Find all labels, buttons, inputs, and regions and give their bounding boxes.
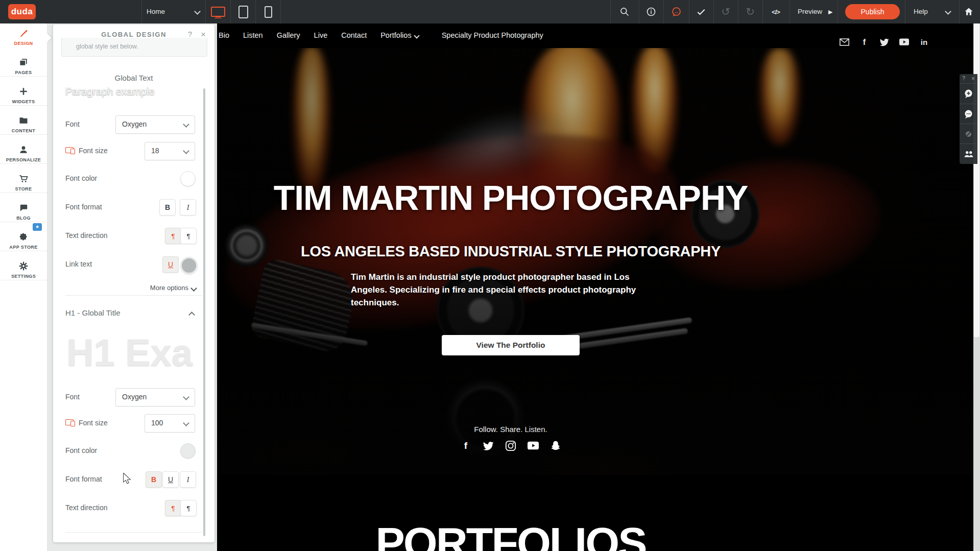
snapchat-icon[interactable] xyxy=(550,440,561,451)
nav-item-portfolios[interactable]: Portfolios xyxy=(380,31,418,39)
sidebar-item-settings[interactable]: SETTINGS xyxy=(0,256,47,285)
nav-item-live[interactable]: Live xyxy=(314,31,328,39)
link-color-swatch[interactable] xyxy=(180,257,198,274)
pilcrow-ltr-icon: ¶ xyxy=(172,232,175,240)
desktop-view-button[interactable] xyxy=(207,0,229,23)
link-underline-button[interactable]: U xyxy=(162,256,179,273)
chevron-down-icon[interactable] xyxy=(194,8,201,15)
sidebar-item-design[interactable]: DESIGN xyxy=(0,23,47,53)
header-social-links: f in xyxy=(840,37,929,47)
instagram-icon[interactable] xyxy=(505,440,516,451)
tablet-view-button[interactable] xyxy=(232,0,254,23)
hide-comments-button[interactable] xyxy=(960,124,977,144)
linkedin-icon[interactable]: in xyxy=(919,37,929,47)
divider xyxy=(141,0,142,23)
nav-item-contact[interactable]: Contact xyxy=(341,31,367,39)
home-icon xyxy=(964,7,974,17)
portfolios-heading[interactable]: PORTFOLIOS xyxy=(217,518,804,551)
divider xyxy=(790,0,790,23)
hero-subtitle[interactable]: LOS ANGELES BASED INDUSTRIAL STYLE PHOTO… xyxy=(217,243,804,260)
h1-font-color-swatch[interactable] xyxy=(180,443,196,459)
sidebar-item-app-store[interactable]: ★ APP STORE xyxy=(0,227,47,256)
mobile-view-button[interactable] xyxy=(257,0,279,23)
comment-dots-icon xyxy=(964,109,973,119)
chevron-down-icon xyxy=(183,394,189,400)
bold-button[interactable]: B xyxy=(159,199,176,215)
sidebar-item-pages[interactable]: PAGES xyxy=(0,53,47,82)
sidebar-item-store[interactable]: STORE xyxy=(0,169,47,198)
responsive-devices-icon xyxy=(65,147,76,154)
undo-button[interactable]: ↺ xyxy=(714,0,737,23)
tablet-icon xyxy=(238,6,248,18)
facebook-icon[interactable]: f xyxy=(859,37,869,47)
save-check-button[interactable] xyxy=(690,0,712,23)
scrollbar-thumb[interactable] xyxy=(974,23,979,337)
nav-item-gallery[interactable]: Gallery xyxy=(277,31,300,39)
add-comment-button[interactable] xyxy=(960,83,977,104)
redo-button[interactable]: ↻ xyxy=(739,0,761,23)
facebook-icon[interactable]: f xyxy=(460,440,471,451)
youtube-icon[interactable] xyxy=(528,440,539,451)
divider xyxy=(905,0,905,23)
play-icon[interactable]: ▶ xyxy=(828,0,832,23)
h1-font-format-label: Font format xyxy=(65,475,102,483)
dashboard-home-button[interactable] xyxy=(958,0,980,23)
close-icon[interactable]: × xyxy=(971,75,975,82)
h1-font-dropdown[interactable]: Oxygen xyxy=(115,388,195,406)
hero-title[interactable]: TIM MARTIN PHOTOGRAPHY xyxy=(217,178,804,218)
duda-logo[interactable]: duda xyxy=(8,4,36,19)
h1-bold-button[interactable]: B xyxy=(146,471,162,488)
h1-underline-button[interactable]: U xyxy=(162,471,179,488)
comments-button[interactable] xyxy=(960,104,977,124)
help-menu[interactable]: Help xyxy=(914,0,928,23)
twitter-icon[interactable] xyxy=(483,440,494,451)
email-icon[interactable] xyxy=(840,37,849,47)
gear-icon xyxy=(0,260,47,272)
sidebar-item-widgets[interactable]: WIDGETS xyxy=(0,82,47,111)
follow-share-listen-text: Follow. Share. Listen. xyxy=(217,425,804,434)
feedback-button[interactable] xyxy=(665,0,687,23)
dev-mode-button[interactable]: </> xyxy=(764,0,787,23)
publish-button[interactable]: Publish xyxy=(845,4,900,19)
divider xyxy=(65,532,202,533)
search-button[interactable] xyxy=(613,0,636,23)
site-canvas[interactable]: Bio Listen Gallery Live Contact Portfoli… xyxy=(217,23,980,551)
h1-ltr-direction-button[interactable]: ¶ xyxy=(165,500,181,516)
dark-overlay xyxy=(217,48,980,475)
font-dropdown[interactable]: Oxygen xyxy=(115,115,195,134)
mobile-icon xyxy=(265,6,272,18)
h1-rtl-direction-button[interactable]: ¶ xyxy=(180,500,197,516)
panel-scrollbar[interactable] xyxy=(203,88,205,536)
collapse-chevron-icon[interactable] xyxy=(188,312,195,318)
ltr-direction-button[interactable]: ¶ xyxy=(165,228,181,244)
italic-button[interactable]: I xyxy=(180,199,196,215)
h1-font-size-dropdown[interactable]: 100 xyxy=(145,414,195,433)
help-icon[interactable]: ? xyxy=(962,75,965,81)
code-icon: </> xyxy=(772,8,780,16)
collaboration-toolbar: ? × xyxy=(960,74,977,164)
font-size-dropdown[interactable]: 18 xyxy=(145,142,195,160)
sidebar-item-content[interactable]: CONTENT xyxy=(0,111,47,140)
sidebar-item-personalize[interactable]: PERSONALIZE xyxy=(0,140,47,169)
chevron-down-icon[interactable] xyxy=(945,8,951,15)
preview-button[interactable]: Preview xyxy=(798,0,822,23)
nav-item-listen[interactable]: Listen xyxy=(243,31,263,39)
editor-sidebar: DESIGN PAGES WIDGETS CONTENT PERSONALIZE… xyxy=(0,23,47,551)
font-size-label: Font size xyxy=(79,147,108,155)
view-portfolio-button[interactable]: View The Portfolio xyxy=(442,335,580,355)
panel-help-button[interactable]: ? xyxy=(186,30,194,38)
h1-italic-button[interactable]: I xyxy=(180,471,196,488)
hero-description[interactable]: Tim Martin is an industrial style produc… xyxy=(351,271,644,309)
font-color-swatch[interactable] xyxy=(180,171,196,186)
twitter-icon[interactable] xyxy=(879,37,889,47)
nav-item-specialty[interactable]: Specialty Product Photography xyxy=(442,31,543,39)
checkmark-icon xyxy=(696,7,706,17)
page-selector[interactable]: Home xyxy=(147,0,165,23)
more-options-link[interactable]: More options xyxy=(150,284,196,292)
info-button[interactable] xyxy=(640,0,662,23)
nav-item-bio[interactable]: Bio xyxy=(219,31,229,39)
pilcrow-rtl-icon: ¶ xyxy=(187,505,190,512)
collaborators-button[interactable] xyxy=(960,143,977,164)
rtl-direction-button[interactable]: ¶ xyxy=(180,228,197,244)
youtube-icon[interactable] xyxy=(899,37,909,47)
